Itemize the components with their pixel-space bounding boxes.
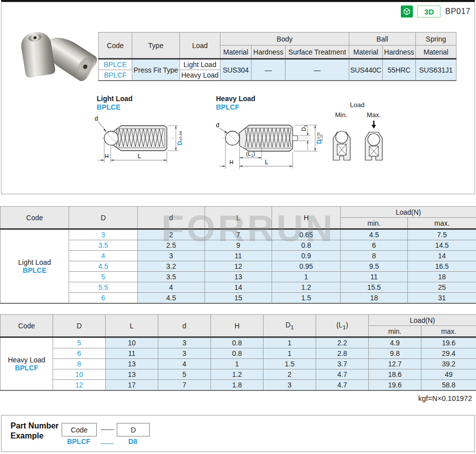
cell-d: 4.5	[138, 293, 205, 304]
heavy-load-table: Code D L d H D1 (L1) Load(N) min. max. H…	[0, 314, 476, 391]
cell-H: 0.65	[272, 229, 341, 240]
cell-max: 14	[408, 251, 476, 261]
col-header-code: Code	[1, 315, 53, 337]
cell-H: 1.5	[272, 293, 341, 304]
cell-d: 3.5	[138, 272, 205, 282]
cell-min: 9.8	[369, 348, 421, 359]
body-material-cell: SUS304	[220, 59, 252, 81]
dim-L-label: L	[265, 159, 269, 166]
cell-min: 4.9	[369, 337, 421, 348]
overview-panel: 3D BP017 Code Type Load Body Ball Spring…	[1, 0, 475, 194]
cell-D: 4	[69, 251, 138, 261]
col-header-d: d	[158, 315, 211, 337]
example-dash	[101, 443, 114, 444]
col-header-load-n: Load(N)	[341, 207, 476, 218]
dim-D1-label: D1	[301, 125, 308, 131]
heavy-drawing-title: Heavy Load	[216, 95, 256, 103]
load-max-label: Max.	[367, 111, 381, 119]
load-diagram-title: Load	[350, 101, 365, 109]
badge-3d[interactable]: 3D	[417, 6, 440, 18]
product-photo	[17, 26, 102, 86]
col-header-max: max.	[421, 326, 476, 337]
cell-L: 13	[205, 272, 272, 282]
cell-min: 9.5	[341, 261, 408, 272]
cell-min: 18	[341, 293, 408, 304]
cell-H: 1	[211, 359, 264, 369]
cell-D: 5.5	[69, 282, 138, 293]
light-load-table: Code D d L H Load(N) min. max. Light Loa…	[0, 206, 476, 304]
cell-L: 11	[106, 348, 158, 359]
table-row: 5 3.5 13 1 11 18	[1, 272, 476, 282]
part-number-example-panel: Part Number Example Code D BPLCF D8	[1, 415, 475, 452]
cell-d: 2.5	[138, 240, 205, 251]
col-header-spring-material: Material	[416, 46, 456, 59]
cell-max: 14.5	[408, 240, 476, 251]
spec-table: Code Type Load Body Ball Spring Material…	[98, 32, 456, 81]
load-min-label: Min.	[335, 111, 348, 119]
load-light-cell: Light Load	[180, 59, 220, 70]
cell-L: 11	[205, 251, 272, 261]
cell-D1: 3	[264, 380, 316, 391]
cell-H: 0.9	[272, 251, 341, 261]
cell-D: 3	[69, 229, 138, 240]
col-header-load-n: Load(N)	[369, 315, 476, 326]
cell-H: 1.2	[272, 282, 341, 293]
example-d-value: D8	[117, 437, 149, 445]
cube-3d-icon[interactable]	[401, 6, 413, 18]
dim-D-label: D±0.04	[176, 131, 183, 145]
code-bplcf: BPLCF	[99, 70, 132, 81]
col-header-body-hardness: Hardness	[252, 46, 286, 59]
dim-L1-label: (L1)	[246, 151, 255, 158]
col-header-min: min.	[369, 326, 421, 337]
cell-L: 13	[106, 359, 158, 369]
dim-D-label: D-0.05-0.10	[316, 132, 323, 144]
load-arrow-icon	[372, 121, 376, 129]
dim-d-label: d	[95, 115, 98, 122]
light-load-drawing: d D±0.04 H L	[93, 115, 186, 166]
col-header-body: Body	[220, 33, 349, 46]
cell-H: 1.2	[211, 369, 264, 380]
cell-H: 0.8	[272, 240, 341, 251]
ball-hardness-cell: 55HRC	[383, 59, 416, 81]
table-row: 6 4.5 15 1.5 18 31	[1, 293, 476, 304]
cell-L1: 3.7	[316, 359, 369, 369]
cell-L: 15	[205, 293, 272, 304]
col-header-code: Code	[99, 33, 132, 59]
code-bplce: BPLCE	[99, 59, 132, 70]
cell-D: 10	[53, 369, 106, 380]
col-header-load: Load	[180, 33, 220, 59]
col-header-L: L	[205, 207, 272, 229]
cell-L: 13	[106, 369, 158, 380]
col-header-max: max.	[408, 218, 476, 229]
light-drawing-title: Light Load	[97, 95, 133, 103]
group-label: Light Load	[18, 258, 51, 266]
plunger-min-figure	[333, 131, 350, 160]
cell-H: 0.95	[272, 261, 341, 272]
type-cell: Press Fit Type	[132, 59, 180, 81]
dim-L-label: L	[138, 153, 141, 160]
cell-D: 5	[53, 337, 106, 348]
page-code: BP017	[445, 7, 470, 16]
cell-max: 49	[421, 369, 476, 380]
light-table-header: Code D d L H Load(N) min. max.	[1, 207, 476, 229]
cell-D: 8	[53, 359, 106, 369]
table-row: Heavy LoadBPLCF 5 10 3 0.8 1 2.2 4.9 19.…	[1, 337, 476, 348]
group-label: Heavy Load	[8, 356, 46, 364]
part-number-dash	[101, 429, 114, 430]
table-row: 6 11 3 0.8 1 2.8 9.8 29.4	[1, 348, 476, 359]
cell-d: 4	[138, 282, 205, 293]
cell-L: 10	[106, 337, 158, 348]
cell-H: 0.8	[211, 337, 264, 348]
col-header-spring: Spring	[416, 33, 456, 46]
col-header-L1: (L1)	[316, 315, 369, 337]
cell-L1: 4.7	[316, 380, 369, 391]
col-header-ball-material: Material	[349, 46, 383, 59]
plunger-max-figure	[365, 132, 382, 160]
col-header-min: min.	[341, 218, 408, 229]
light-drawing-code: BPLCE	[97, 103, 120, 111]
cell-L: 14	[205, 282, 272, 293]
heavy-drawing-code: BPLCF	[216, 103, 240, 111]
cell-L1: 2.2	[316, 337, 369, 348]
cell-H: 1	[272, 272, 341, 282]
cell-min: 18.6	[369, 369, 421, 380]
